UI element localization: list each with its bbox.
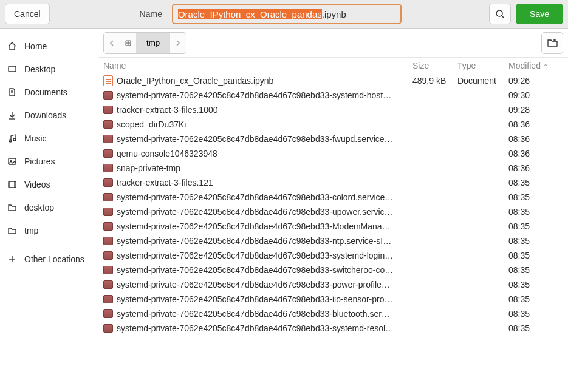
new-folder-button[interactable] bbox=[541, 32, 563, 54]
header-name[interactable]: Name bbox=[98, 61, 412, 70]
file-row[interactable]: systemd-private-7062e4205c8c47db8dae4d67… bbox=[98, 321, 568, 336]
file-name: snap-private-tmp bbox=[117, 163, 180, 173]
name-label: Name bbox=[140, 9, 162, 19]
save-button[interactable]: Save bbox=[516, 4, 563, 24]
sidebar-item-tmp[interactable]: tmp bbox=[0, 219, 98, 242]
folder-icon bbox=[103, 106, 113, 114]
search-button[interactable] bbox=[489, 4, 511, 24]
file-row[interactable]: systemd-private-7062e4205c8c47db8dae4d67… bbox=[98, 88, 568, 103]
filename-ext: .ipynb bbox=[322, 9, 346, 19]
sidebar-item-documents[interactable]: Documents bbox=[0, 81, 98, 104]
svg-rect-2 bbox=[9, 66, 16, 72]
plus-icon bbox=[7, 254, 17, 264]
header-type[interactable]: Type bbox=[457, 61, 508, 70]
file-modified: 09:28 bbox=[508, 105, 563, 115]
sidebar-item-pictures[interactable]: Pictures bbox=[0, 150, 98, 173]
filename-input[interactable]: Oracle_IPython_cx_Oracle_pandas.ipynb bbox=[172, 4, 402, 24]
svg-point-7 bbox=[9, 140, 12, 142]
file-modified: 08:35 bbox=[508, 221, 563, 231]
file-modified: 09:30 bbox=[508, 90, 563, 100]
file-modified: 08:35 bbox=[508, 236, 563, 246]
sidebar-label: Home bbox=[24, 41, 47, 51]
file-modified: 08:36 bbox=[508, 149, 563, 158]
file-name: systemd-private-7062e4205c8c47db8dae4d67… bbox=[117, 294, 393, 304]
sidebar-label: Documents bbox=[24, 87, 67, 97]
file-row[interactable]: systemd-private-7062e4205c8c47db8dae4d67… bbox=[98, 292, 568, 306]
file-name: systemd-private-7062e4205c8c47db8dae4d67… bbox=[117, 280, 390, 289]
sidebar-item-other-locations[interactable]: Other Locations bbox=[0, 248, 98, 271]
file-name: qemu-console1046323948 bbox=[117, 149, 217, 158]
home-icon bbox=[7, 41, 17, 51]
file-modified: 08:35 bbox=[508, 309, 563, 319]
file-row[interactable]: snap-private-tmp08:36 bbox=[98, 161, 568, 175]
file-modified: 08:36 bbox=[508, 120, 563, 129]
folder-icon bbox=[103, 309, 113, 318]
file-row[interactable]: Oracle_IPython_cx_Oracle_pandas.ipynb489… bbox=[98, 73, 568, 88]
path-back-button[interactable] bbox=[104, 33, 120, 53]
folder-icon bbox=[103, 280, 113, 289]
file-row[interactable]: scoped_dirDu37Ki08:36 bbox=[98, 117, 568, 132]
chevron-right-icon bbox=[175, 40, 181, 46]
file-modified: 08:35 bbox=[508, 207, 563, 217]
svg-point-0 bbox=[496, 10, 502, 16]
path-segment-tmp[interactable]: tmp bbox=[136, 33, 169, 53]
folder-icon bbox=[103, 266, 113, 274]
file-row[interactable]: systemd-private-7062e4205c8c47db8dae4d67… bbox=[98, 277, 568, 292]
file-row[interactable]: tracker-extract-3-files.100009:28 bbox=[98, 103, 568, 117]
file-type: Document bbox=[457, 76, 508, 86]
folder-icon bbox=[103, 149, 113, 158]
sidebar-item-downloads[interactable]: Downloads bbox=[0, 104, 98, 127]
path-bar: tmp bbox=[98, 29, 568, 58]
folder-icon bbox=[103, 237, 113, 245]
sidebar-item-music[interactable]: Music bbox=[0, 127, 98, 150]
cancel-button[interactable]: Cancel bbox=[5, 4, 50, 24]
file-row[interactable]: tracker-extract-3-files.12108:35 bbox=[98, 175, 568, 190]
videos-icon bbox=[7, 180, 17, 189]
header-size[interactable]: Size bbox=[412, 61, 457, 70]
file-modified: 08:35 bbox=[508, 192, 563, 202]
svg-point-8 bbox=[13, 138, 16, 141]
folder-icon bbox=[103, 120, 113, 129]
search-icon bbox=[495, 9, 505, 19]
places-sidebar: Home Desktop Documents Downloads Music P… bbox=[0, 29, 98, 392]
sidebar-label: Other Locations bbox=[24, 254, 84, 264]
file-row[interactable]: systemd-private-7062e4205c8c47db8dae4d67… bbox=[98, 190, 568, 204]
svg-point-17 bbox=[127, 41, 129, 44]
sidebar-item-desktop2[interactable]: desktop bbox=[0, 196, 98, 219]
folder-icon bbox=[103, 251, 113, 260]
sidebar-item-home[interactable]: Home bbox=[0, 35, 98, 58]
svg-rect-16 bbox=[126, 41, 131, 46]
file-row[interactable]: qemu-console104632394808:36 bbox=[98, 146, 568, 161]
sidebar-label: Downloads bbox=[24, 110, 66, 120]
file-row[interactable]: systemd-private-7062e4205c8c47db8dae4d67… bbox=[98, 132, 568, 146]
file-modified: 08:35 bbox=[508, 323, 563, 333]
folder-icon bbox=[103, 324, 113, 333]
file-list[interactable]: Oracle_IPython_cx_Oracle_pandas.ipynb489… bbox=[98, 73, 568, 392]
file-row[interactable]: systemd-private-7062e4205c8c47db8dae4d67… bbox=[98, 204, 568, 219]
file-row[interactable]: systemd-private-7062e4205c8c47db8dae4d67… bbox=[98, 248, 568, 263]
file-row[interactable]: systemd-private-7062e4205c8c47db8dae4d67… bbox=[98, 263, 568, 277]
header-modified[interactable]: Modified⌃ bbox=[508, 61, 563, 70]
downloads-icon bbox=[7, 110, 17, 120]
svg-point-18 bbox=[128, 42, 128, 43]
file-row[interactable]: systemd-private-7062e4205c8c47db8dae4d67… bbox=[98, 219, 568, 234]
sidebar-item-desktop[interactable]: Desktop bbox=[0, 58, 98, 81]
file-name: systemd-private-7062e4205c8c47db8dae4d67… bbox=[117, 207, 393, 217]
path-root-button[interactable] bbox=[120, 33, 136, 53]
music-icon bbox=[7, 133, 17, 143]
file-row[interactable]: systemd-private-7062e4205c8c47db8dae4d67… bbox=[98, 306, 568, 321]
documents-icon bbox=[7, 87, 17, 97]
path-forward-button[interactable] bbox=[169, 33, 186, 53]
file-modified: 08:35 bbox=[508, 178, 563, 188]
file-modified: 08:35 bbox=[508, 251, 563, 260]
sidebar-label: Videos bbox=[24, 180, 50, 189]
file-name: tracker-extract-3-files.1000 bbox=[117, 105, 218, 115]
column-headers: Name Size Type Modified⌃ bbox=[98, 58, 568, 73]
file-row[interactable]: systemd-private-7062e4205c8c47db8dae4d67… bbox=[98, 234, 568, 248]
sidebar-item-videos[interactable]: Videos bbox=[0, 173, 98, 196]
folder-icon bbox=[103, 222, 113, 231]
file-name: Oracle_IPython_cx_Oracle_pandas.ipynb bbox=[117, 76, 273, 86]
file-name: systemd-private-7062e4205c8c47db8dae4d67… bbox=[117, 90, 391, 100]
file-name: tracker-extract-3-files.121 bbox=[117, 178, 213, 188]
file-modified: 08:36 bbox=[508, 134, 563, 144]
